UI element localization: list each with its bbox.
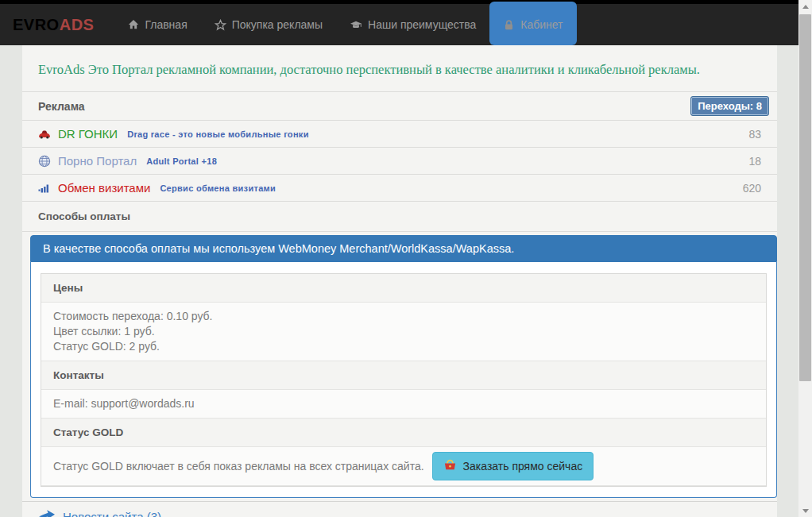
navbar: EVROADS Главная Покупка рекламы Наши пре…: [0, 4, 798, 45]
nav-item-cabinet[interactable]: Кабинет: [489, 2, 576, 45]
order-now-button[interactable]: Заказать прямо сейчас: [432, 452, 594, 480]
car-icon: [38, 128, 51, 141]
gold-status-body: Статус GOLD включает в себя показ реклам…: [41, 447, 766, 486]
nav-items: Главная Покупка рекламы Наши преимуществ…: [114, 4, 576, 45]
nav-item-buy-ads[interactable]: Покупка рекламы: [201, 4, 336, 45]
ad-title: Обмен визитами: [58, 181, 150, 195]
price-line: Цвет ссылки: 1 руб.: [53, 324, 754, 339]
gold-status-title: Статус GOLD: [41, 419, 766, 447]
ads-panel: Реклама Переходы: 8 DR ГОНКИ Drag race -…: [22, 91, 777, 232]
intro-text: EvroAds Это Портал рекламной компании, д…: [22, 45, 777, 91]
nav-item-label: Покупка рекламы: [232, 18, 323, 31]
ads-panel-title: Реклама: [38, 100, 85, 113]
ad-count: 620: [743, 182, 761, 195]
nav-item-label: Наши преимущества: [368, 18, 476, 31]
basket-icon: [443, 458, 457, 474]
brand-primary: EVRO: [13, 16, 60, 34]
ad-title: DR ГОНКИ: [58, 127, 118, 141]
scroll-up-button[interactable]: [798, 0, 812, 13]
ad-count: 83: [748, 128, 761, 141]
arrow-up-icon: [802, 5, 809, 9]
info-panel: Цены Стоимость перехода: 0.10 руб. Цвет …: [41, 273, 767, 487]
scroll-down-button[interactable]: [798, 504, 812, 517]
contacts-email: E-mail: support@wordads.ru: [41, 390, 766, 419]
payment-panel: В качестве способа оплаты мы используем …: [30, 235, 777, 498]
main-content: EvroAds Это Портал рекламной компании, д…: [22, 45, 777, 517]
ad-title: Порно Портал: [58, 154, 137, 168]
scrollbar-thumb[interactable]: [799, 14, 811, 381]
news-link-label: Новости сайта (3): [63, 510, 161, 517]
payment-panel-body: Цены Стоимость перехода: 0.10 руб. Цвет …: [30, 262, 777, 498]
star-icon: [215, 19, 226, 31]
ad-subtitle: Adult Portal +18: [146, 156, 217, 166]
lock-icon: [503, 19, 515, 31]
brand-accent: ADS: [60, 16, 95, 34]
payment-panel-notice: В качестве способа оплаты мы используем …: [30, 235, 777, 262]
ad-row-dr-gonki[interactable]: DR ГОНКИ Drag race - это новые мобильные…: [22, 121, 777, 148]
pricing-title: Цены: [41, 274, 766, 303]
signal-bars-icon: [38, 182, 51, 195]
nav-item-label: Главная: [145, 18, 187, 31]
ad-subtitle: Сервис обмена визитами: [160, 183, 276, 193]
ad-count: 18: [748, 155, 761, 168]
order-now-label: Заказать прямо сейчас: [463, 460, 583, 473]
ad-row-obmen-vizitami[interactable]: Обмен визитами Сервис обмена визитами 62…: [22, 175, 777, 202]
nav-item-advantages[interactable]: Наши преимущества: [336, 4, 489, 45]
news-link[interactable]: Новости сайта (3): [22, 501, 777, 517]
nav-item-label: Кабинет: [520, 18, 563, 31]
arrow-right-icon: [38, 509, 56, 517]
globe-icon: [38, 155, 51, 168]
ads-panel-header: Реклама Переходы: 8: [22, 91, 777, 121]
ad-subtitle: Drag race - это новые мобильные гонки: [127, 129, 309, 139]
brand-logo[interactable]: EVROADS: [0, 4, 114, 45]
price-line: Стоимость перехода: 0.10 руб.: [53, 309, 754, 324]
payments-section-title: Способы оплаты: [22, 202, 777, 232]
page: EVROADS Главная Покупка рекламы Наши пре…: [0, 0, 812, 517]
contacts-title: Контакты: [41, 361, 766, 390]
ad-row-porno-portal[interactable]: Порно Портал Adult Portal +18 18: [22, 148, 777, 175]
transitions-badge[interactable]: Переходы: 8: [690, 96, 769, 116]
home-icon: [128, 19, 139, 30]
arrow-down-icon: [802, 509, 809, 513]
gold-status-text: Статус GOLD включает в себя показ реклам…: [53, 459, 424, 474]
graduation-cap-icon: [350, 19, 362, 31]
scrollbar[interactable]: [798, 0, 812, 517]
price-line: Статус GOLD: 2 руб.: [53, 339, 754, 354]
nav-item-home[interactable]: Главная: [114, 4, 200, 45]
pricing-body: Стоимость перехода: 0.10 руб. Цвет ссылк…: [41, 303, 766, 361]
